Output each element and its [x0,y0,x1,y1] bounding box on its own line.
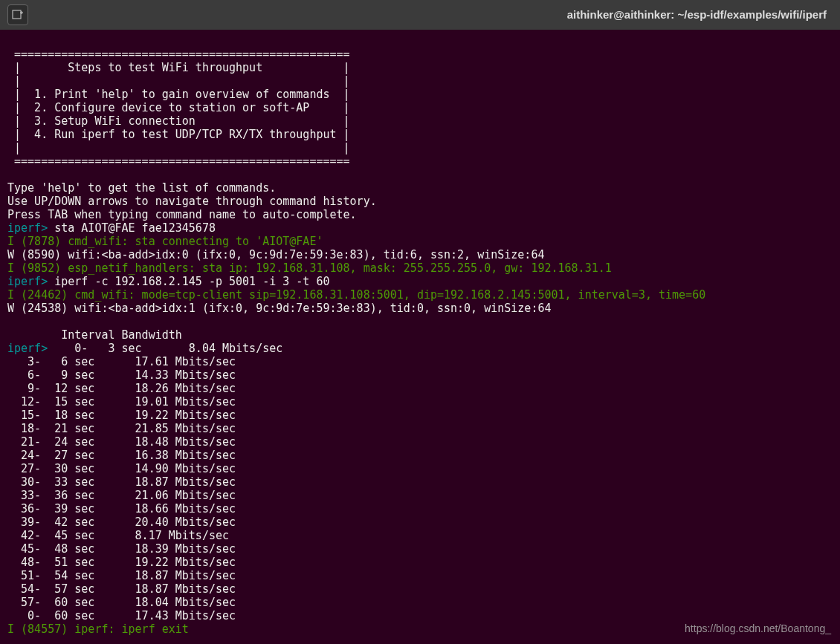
banner-step-3: | 3. Setup WiFi connection | [7,114,350,128]
banner-border-bottom: ========================================… [7,155,350,168]
iperf-prompt: iperf> [7,221,48,235]
banner-step-4: | 4. Run iperf to test UDP/TCP RX/TX thr… [7,128,350,141]
banner-title: | Steps to test WiFi throughput | [7,61,350,74]
log-ba-add-0: W (8590) wifi:<ba-add>idx:0 (ifx:0, 9c:9… [7,248,544,261]
help-line-2: Use UP/DOWN arrows to navigate through c… [7,195,377,208]
help-line-3: Press TAB when typing command name to au… [7,208,357,221]
log-sta-connecting: I (7878) cmd_wifi: sta connecting to 'AI… [7,235,323,248]
iperf-result-first: 0- 3 sec 8.04 Mbits/sec [48,342,282,355]
help-line-1: Type 'help' to get the list of commands. [7,181,276,195]
log-netif: I (9852) esp_netif_handlers: sta ip: 192… [7,261,612,275]
banner-step-1: | 1. Print 'help' to gain overview of co… [7,88,350,101]
iperf-prompt: iperf> [7,275,48,288]
iperf-header: Interval Bandwidth [7,328,182,342]
iperf-results-block: 3- 6 sec 17.61 Mbits/sec 6- 9 sec 14.33 … [7,355,236,622]
log-iperf-exit: I (84557) iperf: iperf exit [7,622,189,636]
banner-blank: | | [7,141,350,155]
terminal-output[interactable]: ========================================… [0,30,840,644]
window-title: aithinker@aithinker: ~/esp-idf/examples/… [36,8,833,22]
banner-step-2: | 2. Configure device to station or soft… [7,101,350,114]
log-ba-add-1: W (24538) wifi:<ba-add>idx:1 (ifx:0, 9c:… [7,302,552,315]
banner-blank: | | [7,74,350,88]
cmd-iperf: iperf -c 192.168.2.145 -p 5001 -i 3 -t 6… [48,275,329,288]
new-tab-icon[interactable] [7,4,28,25]
svg-rect-0 [13,10,21,19]
iperf-prompt: iperf> [7,342,48,355]
banner-border-top: ========================================… [7,48,350,61]
cmd-sta: sta AIOT@FAE fae12345678 [48,221,216,235]
log-cmd-wifi-mode: I (24462) cmd_wifi: mode=tcp-client sip=… [7,288,705,302]
window-titlebar: aithinker@aithinker: ~/esp-idf/examples/… [0,0,840,30]
watermark-text: https://blog.csdn.net/Boantong_ [685,622,831,635]
